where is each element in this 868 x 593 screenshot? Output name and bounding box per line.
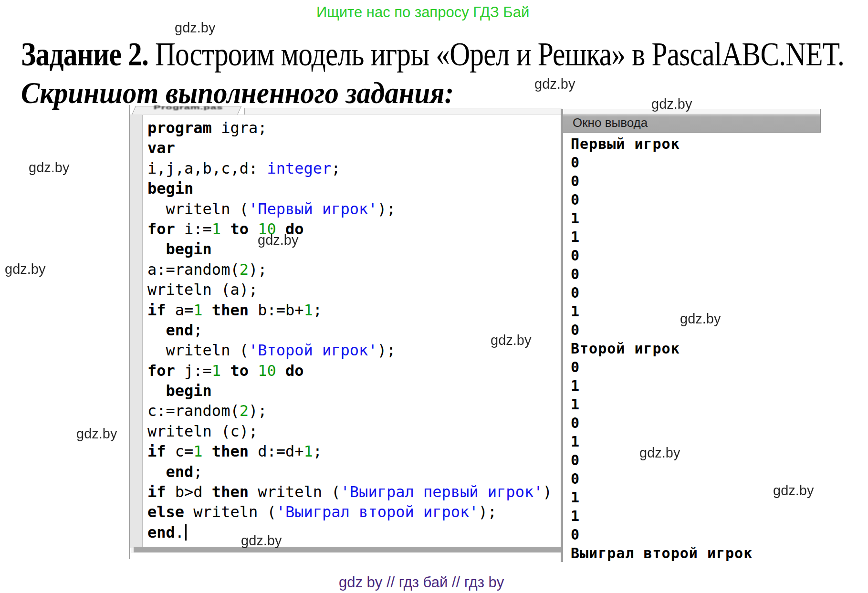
- code-token: a:=random(: [147, 260, 240, 279]
- code-token: [147, 240, 166, 258]
- code-line: a:=random(2);: [147, 260, 562, 280]
- code-token: writeln (: [147, 200, 249, 218]
- code-token: end: [166, 463, 194, 481]
- code-token: then: [212, 483, 249, 501]
- code-token: [203, 442, 212, 460]
- watermark-gdzby: gdz.by: [651, 96, 692, 112]
- code-token: b>d: [166, 483, 212, 501]
- code-token: );: [249, 260, 267, 279]
- code-line: begin: [147, 239, 562, 259]
- code-token: 10: [258, 362, 276, 380]
- code-token: if: [147, 483, 166, 501]
- output-line: 0: [571, 283, 821, 302]
- code-token: if: [147, 301, 166, 319]
- code-token: then: [212, 442, 249, 460]
- code-token: );: [479, 503, 497, 521]
- code-area[interactable]: program igra;vari,j,a,b,c,d: integer;beg…: [143, 115, 562, 548]
- watermark-gdzby: gdz.by: [76, 426, 117, 442]
- code-token: 'Второй игрок': [249, 341, 377, 359]
- code-token: ;: [313, 442, 322, 460]
- output-line: 1: [571, 228, 821, 246]
- horizontal-scrollbar-thumb[interactable]: [134, 547, 562, 552]
- code-token: if: [147, 442, 166, 460]
- code-line: program igra;: [147, 118, 562, 138]
- watermark-gdzby: gdz.by: [680, 311, 721, 327]
- code-token: .: [175, 523, 184, 541]
- code-line: if b>d then writeln ('Выиграл первый игр…: [147, 482, 562, 502]
- code-token: begin: [166, 382, 212, 400]
- output-window-title: Окно вывода: [563, 109, 821, 133]
- code-token: to: [230, 220, 249, 238]
- code-token: integer: [267, 159, 331, 177]
- code-token: end: [147, 523, 175, 541]
- code-line: if a=1 then b:=b+1;: [147, 300, 562, 320]
- output-line: Первый игрок: [571, 135, 821, 153]
- code-token: 1: [212, 362, 221, 380]
- code-token: ;: [193, 321, 202, 339]
- code-line: end.: [147, 522, 562, 542]
- output-line: 1: [571, 209, 821, 228]
- output-line: 0: [571, 525, 821, 544]
- output-line: 1: [571, 507, 821, 525]
- watermark-gdzby: gdz.by: [5, 261, 45, 277]
- code-line: var: [147, 138, 562, 158]
- code-line: else writeln ('Выиграл второй игрок');: [147, 502, 562, 522]
- code-token: writeln (: [147, 341, 249, 359]
- code-token: 'Выиграл первый игрок': [341, 483, 543, 501]
- code-token: 'Первый игрок': [249, 200, 377, 218]
- code-token: [249, 362, 258, 380]
- code-token: [147, 382, 166, 400]
- code-line: for i:=1 to 10 do: [147, 219, 562, 239]
- page: Ищите нас по запросу ГДЗ Бай Задание 2. …: [0, 0, 868, 593]
- code-token: writeln (a);: [147, 281, 258, 299]
- output-line: 0: [571, 358, 821, 376]
- watermark-gdzby: gdz.by: [241, 533, 282, 549]
- code-token: igra;: [212, 119, 267, 137]
- code-token: [249, 220, 258, 238]
- code-editor[interactable]: program igra;vari,j,a,b,c,d: integer;beg…: [130, 114, 562, 548]
- code-line: writeln (c);: [147, 421, 562, 441]
- code-line: writeln ('Первый игрок');: [147, 199, 562, 219]
- text-cursor: [185, 524, 187, 541]
- tab-program-pas[interactable]: Program.pas: [134, 106, 240, 114]
- code-token: var: [147, 139, 175, 157]
- code-token: i:=: [175, 220, 212, 238]
- code-token: writeln (c);: [147, 422, 258, 440]
- code-token: c=: [166, 442, 194, 460]
- watermark-gdzby: gdz.by: [773, 483, 814, 499]
- output-line: 0: [571, 172, 821, 190]
- code-token: [221, 362, 230, 380]
- code-token: 1: [304, 301, 313, 319]
- output-line: 0: [571, 246, 821, 265]
- tab-ghost: [244, 108, 562, 115]
- code-token: [221, 220, 230, 238]
- code-token: 1: [212, 220, 221, 238]
- code-token: writeln (: [184, 503, 276, 521]
- tab-bar: Program.pas: [130, 105, 562, 115]
- code-token: [276, 362, 285, 380]
- output-line: 1: [571, 395, 821, 414]
- code-line: begin: [147, 178, 562, 198]
- code-token: );: [377, 341, 396, 359]
- code-editor-panel: Program.pas program igra;vari,j,a,b,c,d:…: [129, 105, 562, 559]
- watermark-gdzby: gdz.by: [175, 20, 215, 36]
- code-token: 1: [193, 442, 202, 460]
- output-line: 1: [571, 432, 821, 451]
- code-token: then: [212, 301, 249, 319]
- code-token: [147, 321, 166, 339]
- watermark-gdzby: gdz.by: [258, 232, 298, 248]
- code-token: for: [147, 220, 175, 238]
- code-token: d:=d+: [249, 442, 304, 460]
- code-token: do: [285, 362, 304, 380]
- code-token: else: [147, 503, 184, 521]
- output-line: 0: [571, 414, 821, 432]
- code-token: for: [147, 362, 175, 380]
- code-token: begin: [147, 179, 193, 198]
- code-token: );: [249, 402, 267, 420]
- watermark-gdzby: gdz.by: [639, 445, 680, 461]
- output-line: 1: [571, 376, 821, 395]
- editor-gutter: [130, 115, 143, 548]
- code-line: begin: [147, 381, 562, 401]
- output-line: 0: [571, 190, 821, 209]
- code-line: end;: [147, 462, 562, 482]
